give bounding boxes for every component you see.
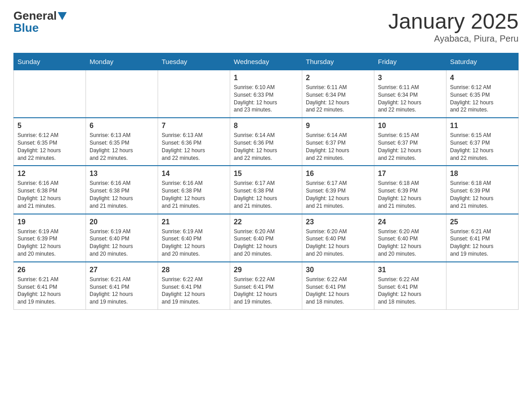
day-number: 5 bbox=[17, 122, 82, 130]
calendar-week-row: 19Sunrise: 6:19 AMSunset: 6:39 PMDayligh… bbox=[14, 214, 519, 262]
day-info: Sunrise: 6:15 AMSunset: 6:37 PMDaylight:… bbox=[378, 132, 442, 162]
day-info: Sunrise: 6:13 AMSunset: 6:36 PMDaylight:… bbox=[162, 132, 226, 162]
day-number: 16 bbox=[306, 170, 370, 178]
day-number: 29 bbox=[234, 266, 298, 274]
day-info: Sunrise: 6:22 AMSunset: 6:41 PMDaylight:… bbox=[306, 276, 370, 306]
day-number: 25 bbox=[450, 218, 515, 226]
svg-marker-0 bbox=[58, 12, 67, 20]
day-info: Sunrise: 6:21 AMSunset: 6:41 PMDaylight:… bbox=[450, 228, 515, 258]
day-number: 7 bbox=[162, 122, 226, 130]
day-info: Sunrise: 6:18 AMSunset: 6:39 PMDaylight:… bbox=[450, 180, 515, 210]
day-info: Sunrise: 6:21 AMSunset: 6:41 PMDaylight:… bbox=[90, 276, 154, 306]
day-info: Sunrise: 6:18 AMSunset: 6:39 PMDaylight:… bbox=[378, 180, 442, 210]
calendar-day-cell: 28Sunrise: 6:22 AMSunset: 6:41 PMDayligh… bbox=[158, 262, 230, 310]
day-info: Sunrise: 6:22 AMSunset: 6:41 PMDaylight:… bbox=[378, 276, 442, 306]
calendar-header-saturday: Saturday bbox=[446, 53, 519, 70]
calendar-table: SundayMondayTuesdayWednesdayThursdayFrid… bbox=[13, 53, 519, 310]
calendar-day-cell: 25Sunrise: 6:21 AMSunset: 6:41 PMDayligh… bbox=[446, 214, 519, 262]
calendar-header-friday: Friday bbox=[374, 53, 446, 70]
calendar-day-cell: 10Sunrise: 6:15 AMSunset: 6:37 PMDayligh… bbox=[374, 118, 446, 166]
day-number: 13 bbox=[90, 170, 154, 178]
calendar-empty-cell bbox=[446, 262, 519, 310]
calendar-header-tuesday: Tuesday bbox=[158, 53, 230, 70]
calendar-day-cell: 3Sunrise: 6:11 AMSunset: 6:34 PMDaylight… bbox=[374, 70, 446, 118]
calendar-day-cell: 19Sunrise: 6:19 AMSunset: 6:39 PMDayligh… bbox=[14, 214, 86, 262]
day-info: Sunrise: 6:21 AMSunset: 6:41 PMDaylight:… bbox=[17, 276, 82, 306]
day-number: 9 bbox=[306, 122, 370, 130]
calendar-day-cell: 15Sunrise: 6:17 AMSunset: 6:38 PMDayligh… bbox=[230, 166, 302, 214]
day-number: 26 bbox=[17, 266, 82, 274]
day-info: Sunrise: 6:11 AMSunset: 6:34 PMDaylight:… bbox=[306, 84, 370, 114]
day-number: 31 bbox=[378, 266, 442, 274]
day-number: 2 bbox=[306, 74, 370, 82]
calendar-day-cell: 2Sunrise: 6:11 AMSunset: 6:34 PMDaylight… bbox=[302, 70, 374, 118]
day-number: 1 bbox=[234, 74, 298, 82]
day-info: Sunrise: 6:16 AMSunset: 6:38 PMDaylight:… bbox=[90, 180, 154, 210]
calendar-day-cell: 30Sunrise: 6:22 AMSunset: 6:41 PMDayligh… bbox=[302, 262, 374, 310]
calendar-header-sunday: Sunday bbox=[14, 53, 86, 70]
day-info: Sunrise: 6:20 AMSunset: 6:40 PMDaylight:… bbox=[306, 228, 370, 258]
calendar-day-cell: 13Sunrise: 6:16 AMSunset: 6:38 PMDayligh… bbox=[86, 166, 158, 214]
day-info: Sunrise: 6:17 AMSunset: 6:38 PMDaylight:… bbox=[234, 180, 298, 210]
calendar-header-row: SundayMondayTuesdayWednesdayThursdayFrid… bbox=[14, 53, 519, 70]
page-header: General Blue January 2025 Ayabaca, Piura… bbox=[13, 9, 519, 44]
logo-blue: Blue bbox=[13, 21, 39, 35]
calendar-day-cell: 14Sunrise: 6:16 AMSunset: 6:38 PMDayligh… bbox=[158, 166, 230, 214]
day-number: 27 bbox=[90, 266, 154, 274]
day-info: Sunrise: 6:22 AMSunset: 6:41 PMDaylight:… bbox=[234, 276, 298, 306]
day-info: Sunrise: 6:14 AMSunset: 6:37 PMDaylight:… bbox=[306, 132, 370, 162]
calendar-day-cell: 17Sunrise: 6:18 AMSunset: 6:39 PMDayligh… bbox=[374, 166, 446, 214]
calendar-empty-cell bbox=[14, 70, 86, 118]
calendar-day-cell: 23Sunrise: 6:20 AMSunset: 6:40 PMDayligh… bbox=[302, 214, 374, 262]
day-number: 14 bbox=[162, 170, 226, 178]
calendar-header-wednesday: Wednesday bbox=[230, 53, 302, 70]
day-number: 30 bbox=[306, 266, 370, 274]
calendar-week-row: 26Sunrise: 6:21 AMSunset: 6:41 PMDayligh… bbox=[14, 262, 519, 310]
calendar-day-cell: 5Sunrise: 6:12 AMSunset: 6:35 PMDaylight… bbox=[14, 118, 86, 166]
calendar-day-cell: 4Sunrise: 6:12 AMSunset: 6:35 PMDaylight… bbox=[446, 70, 519, 118]
day-info: Sunrise: 6:20 AMSunset: 6:40 PMDaylight:… bbox=[234, 228, 298, 258]
calendar-day-cell: 21Sunrise: 6:19 AMSunset: 6:40 PMDayligh… bbox=[158, 214, 230, 262]
day-number: 24 bbox=[378, 218, 442, 226]
calendar-day-cell: 26Sunrise: 6:21 AMSunset: 6:41 PMDayligh… bbox=[14, 262, 86, 310]
day-number: 15 bbox=[234, 170, 298, 178]
calendar-week-row: 1Sunrise: 6:10 AMSunset: 6:33 PMDaylight… bbox=[14, 70, 519, 118]
day-number: 11 bbox=[450, 122, 515, 130]
calendar-day-cell: 22Sunrise: 6:20 AMSunset: 6:40 PMDayligh… bbox=[230, 214, 302, 262]
day-info: Sunrise: 6:16 AMSunset: 6:38 PMDaylight:… bbox=[17, 180, 82, 210]
calendar-header-thursday: Thursday bbox=[302, 53, 374, 70]
day-number: 19 bbox=[17, 218, 82, 226]
calendar-week-row: 12Sunrise: 6:16 AMSunset: 6:38 PMDayligh… bbox=[14, 166, 519, 214]
calendar-day-cell: 6Sunrise: 6:13 AMSunset: 6:35 PMDaylight… bbox=[86, 118, 158, 166]
calendar-day-cell: 1Sunrise: 6:10 AMSunset: 6:33 PMDaylight… bbox=[230, 70, 302, 118]
day-info: Sunrise: 6:20 AMSunset: 6:40 PMDaylight:… bbox=[378, 228, 442, 258]
day-number: 3 bbox=[378, 74, 442, 82]
calendar-day-cell: 31Sunrise: 6:22 AMSunset: 6:41 PMDayligh… bbox=[374, 262, 446, 310]
month-title: January 2025 bbox=[388, 9, 519, 34]
day-number: 17 bbox=[378, 170, 442, 178]
day-info: Sunrise: 6:14 AMSunset: 6:36 PMDaylight:… bbox=[234, 132, 298, 162]
day-info: Sunrise: 6:13 AMSunset: 6:35 PMDaylight:… bbox=[90, 132, 154, 162]
calendar-empty-cell bbox=[158, 70, 230, 118]
day-info: Sunrise: 6:10 AMSunset: 6:33 PMDaylight:… bbox=[234, 84, 298, 114]
calendar-day-cell: 9Sunrise: 6:14 AMSunset: 6:37 PMDaylight… bbox=[302, 118, 374, 166]
day-number: 20 bbox=[90, 218, 154, 226]
calendar-day-cell: 24Sunrise: 6:20 AMSunset: 6:40 PMDayligh… bbox=[374, 214, 446, 262]
calendar-day-cell: 27Sunrise: 6:21 AMSunset: 6:41 PMDayligh… bbox=[86, 262, 158, 310]
calendar-week-row: 5Sunrise: 6:12 AMSunset: 6:35 PMDaylight… bbox=[14, 118, 519, 166]
day-info: Sunrise: 6:11 AMSunset: 6:34 PMDaylight:… bbox=[378, 84, 442, 114]
day-info: Sunrise: 6:17 AMSunset: 6:39 PMDaylight:… bbox=[306, 180, 370, 210]
day-info: Sunrise: 6:12 AMSunset: 6:35 PMDaylight:… bbox=[450, 84, 515, 114]
title-block: January 2025 Ayabaca, Piura, Peru bbox=[388, 9, 519, 44]
calendar-day-cell: 12Sunrise: 6:16 AMSunset: 6:38 PMDayligh… bbox=[14, 166, 86, 214]
calendar-day-cell: 18Sunrise: 6:18 AMSunset: 6:39 PMDayligh… bbox=[446, 166, 519, 214]
calendar-day-cell: 29Sunrise: 6:22 AMSunset: 6:41 PMDayligh… bbox=[230, 262, 302, 310]
location-title: Ayabaca, Piura, Peru bbox=[388, 34, 519, 44]
day-info: Sunrise: 6:19 AMSunset: 6:40 PMDaylight:… bbox=[162, 228, 226, 258]
day-number: 22 bbox=[234, 218, 298, 226]
calendar-day-cell: 7Sunrise: 6:13 AMSunset: 6:36 PMDaylight… bbox=[158, 118, 230, 166]
calendar-day-cell: 16Sunrise: 6:17 AMSunset: 6:39 PMDayligh… bbox=[302, 166, 374, 214]
day-info: Sunrise: 6:12 AMSunset: 6:35 PMDaylight:… bbox=[17, 132, 82, 162]
day-info: Sunrise: 6:15 AMSunset: 6:37 PMDaylight:… bbox=[450, 132, 515, 162]
calendar-empty-cell bbox=[86, 70, 158, 118]
